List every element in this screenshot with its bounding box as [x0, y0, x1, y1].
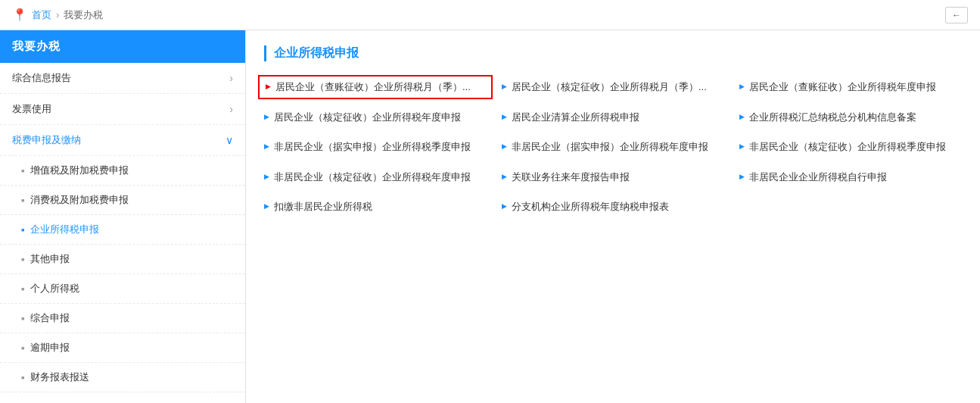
sidebar-sub-item-overdue[interactable]: 逾期申报	[0, 333, 245, 363]
chevron-right-icon: ›	[229, 103, 233, 115]
sidebar-sub-item-label: 增值税及附加税费申报	[30, 164, 129, 177]
link-label: 居民企业（查账征收）企业所得税月（季）...	[275, 80, 471, 95]
main-layout: 我要办税 综合信息报告 › 发票使用 › 税费申报及缴纳 ∨ 增值税及附加税费申…	[0, 30, 980, 403]
sidebar-sub-item-combined[interactable]: 综合申报	[0, 304, 245, 333]
link-label: 居民企业清算企业所得税申报	[512, 110, 639, 125]
link-item-13[interactable]: 分支机构企业所得税年度纳税申报表	[502, 196, 724, 217]
sidebar-sub-item-label: 消费税及附加税费申报	[30, 193, 129, 207]
sidebar-item-invoice[interactable]: 发票使用 ›	[0, 94, 245, 125]
link-label: 非居民企业（核定征收）企业所得税年度申报	[274, 170, 471, 185]
link-label: 关联业务往来年度报告申报	[512, 170, 630, 185]
breadcrumb-current: 我要办税	[64, 8, 103, 22]
chevron-down-icon: ∨	[226, 134, 233, 146]
link-label: 分支机构企业所得税年度纳税申报表	[512, 199, 669, 214]
link-item-10[interactable]: 关联业务往来年度报告申报	[502, 167, 724, 188]
link-label: 扣缴非居民企业所得税	[274, 199, 372, 214]
link-label: 居民企业（核定征收）企业所得税月（季）...	[512, 80, 707, 95]
sidebar-sub-item-enterprise-tax[interactable]: 企业所得税申报	[0, 215, 245, 245]
chevron-right-icon: ›	[229, 72, 233, 84]
sidebar-sub-item-label: 其他申报	[30, 252, 70, 266]
sidebar-sub-item-vat[interactable]: 增值税及附加税费申报	[0, 156, 245, 186]
link-item-9[interactable]: 非居民企业（核定征收）企业所得税年度申报	[264, 167, 487, 188]
link-item-1[interactable]: 居民企业（核定征收）企业所得税月（季）...	[502, 77, 724, 98]
link-item-8[interactable]: 非居民企业（核定征收）企业所得税季度申报	[739, 136, 962, 158]
link-item-0[interactable]: 居民企业（查账征收）企业所得税月（季）...	[258, 75, 493, 99]
sidebar: 我要办税 综合信息报告 › 发票使用 › 税费申报及缴纳 ∨ 增值税及附加税费申…	[0, 30, 246, 403]
sidebar-sub-item-label: 综合申报	[30, 311, 70, 325]
sidebar-sub-item-consumption[interactable]: 消费税及附加税费申报	[0, 186, 245, 215]
link-item-6[interactable]: 非居民企业（据实申报）企业所得税季度申报	[264, 136, 487, 158]
link-item-2[interactable]: 居民企业（查账征收）企业所得税年度申报	[739, 77, 962, 98]
header-right: ←	[945, 7, 968, 23]
sidebar-sub-item-financial-report[interactable]: 财务报表报送	[0, 363, 245, 392]
sidebar-sub-item-label: 个人所得税	[30, 282, 79, 295]
sidebar-title: 我要办税	[0, 30, 245, 63]
link-item-7[interactable]: 非居民企业（据实申报）企业所得税年度申报	[502, 136, 724, 158]
sidebar-sub-item-label: 财务报表报送	[30, 370, 89, 384]
sidebar-item-label: 发票使用	[12, 102, 51, 116]
sidebar-section-label: 税费申报及缴纳	[12, 133, 81, 147]
sidebar-sub-item-other[interactable]: 其他申报	[0, 245, 245, 274]
link-item-3[interactable]: 居民企业（核定征收）企业所得税年度申报	[264, 107, 487, 128]
link-label: 居民企业（核定征收）企业所得税年度申报	[274, 110, 461, 125]
content-title: 企业所得税申报	[264, 45, 962, 61]
link-item-placeholder	[739, 196, 962, 217]
content-area: 企业所得税申报 居民企业（查账征收）企业所得税月（季）... 居民企业（核定征收…	[246, 30, 980, 403]
link-item-12[interactable]: 扣缴非居民企业所得税	[264, 196, 487, 217]
header: 📍 首页 › 我要办税 ←	[0, 0, 980, 30]
back-button[interactable]: ←	[945, 7, 968, 23]
sidebar-item-comprehensive[interactable]: 综合信息报告 ›	[0, 63, 245, 94]
home-icon: 📍	[12, 8, 27, 22]
sidebar-sub-item-personal-tax[interactable]: 个人所得税	[0, 274, 245, 304]
sidebar-sub-item-label: 逾期申报	[30, 341, 70, 355]
breadcrumb-home[interactable]: 首页	[32, 8, 51, 22]
link-item-4[interactable]: 居民企业清算企业所得税申报	[502, 107, 724, 128]
link-label: 居民企业（查账征收）企业所得税年度申报	[749, 80, 936, 95]
sidebar-section-tax[interactable]: 税费申报及缴纳 ∨	[0, 125, 245, 156]
link-label: 非居民企业（据实申报）企业所得税季度申报	[274, 139, 471, 155]
link-item-5[interactable]: 企业所得税汇总纳税总分机构信息备案	[739, 107, 962, 128]
sidebar-item-label: 综合信息报告	[12, 71, 71, 85]
link-item-11[interactable]: 非居民企业企业所得税自行申报	[739, 167, 962, 188]
link-label: 非居民企业（核定征收）企业所得税季度申报	[749, 139, 946, 155]
breadcrumb-separator: ›	[56, 9, 59, 20]
link-label: 企业所得税汇总纳税总分机构信息备案	[749, 110, 916, 125]
sidebar-sub-item-label: 企业所得税申报	[30, 223, 99, 236]
breadcrumb: 📍 首页 › 我要办税	[12, 8, 103, 22]
link-label: 非居民企业（据实申报）企业所得税年度申报	[512, 139, 708, 155]
links-grid: 居民企业（查账征收）企业所得税月（季）... 居民企业（核定征收）企业所得税月（…	[264, 77, 962, 217]
link-label: 非居民企业企业所得税自行申报	[749, 170, 887, 185]
